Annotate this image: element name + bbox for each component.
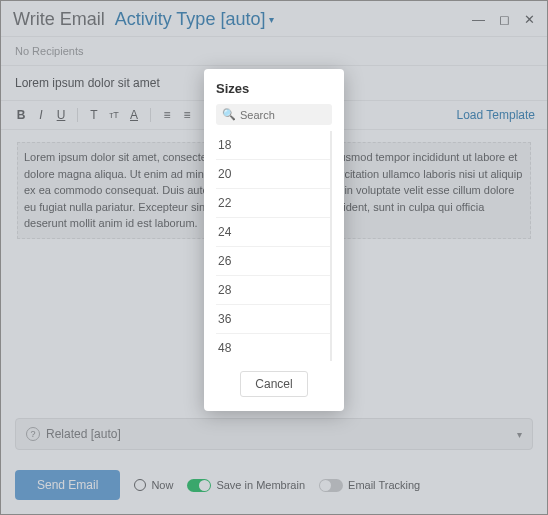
cancel-button[interactable]: Cancel xyxy=(240,371,307,397)
search-icon: 🔍 xyxy=(222,108,236,121)
modal-title: Sizes xyxy=(216,81,332,96)
size-option[interactable]: 18 xyxy=(216,131,330,160)
size-option[interactable]: 20 xyxy=(216,160,330,189)
size-search-wrap[interactable]: 🔍 xyxy=(216,104,332,125)
size-option[interactable]: 36 xyxy=(216,305,330,334)
size-search-input[interactable] xyxy=(240,109,326,121)
size-option[interactable]: 28 xyxy=(216,276,330,305)
size-option[interactable]: 48 xyxy=(216,334,330,361)
size-option[interactable]: 26 xyxy=(216,247,330,276)
size-option[interactable]: 22 xyxy=(216,189,330,218)
sizes-modal: Sizes 🔍 182022242628364872 Cancel xyxy=(204,69,344,411)
size-option[interactable]: 24 xyxy=(216,218,330,247)
size-list: 182022242628364872 xyxy=(216,131,332,361)
